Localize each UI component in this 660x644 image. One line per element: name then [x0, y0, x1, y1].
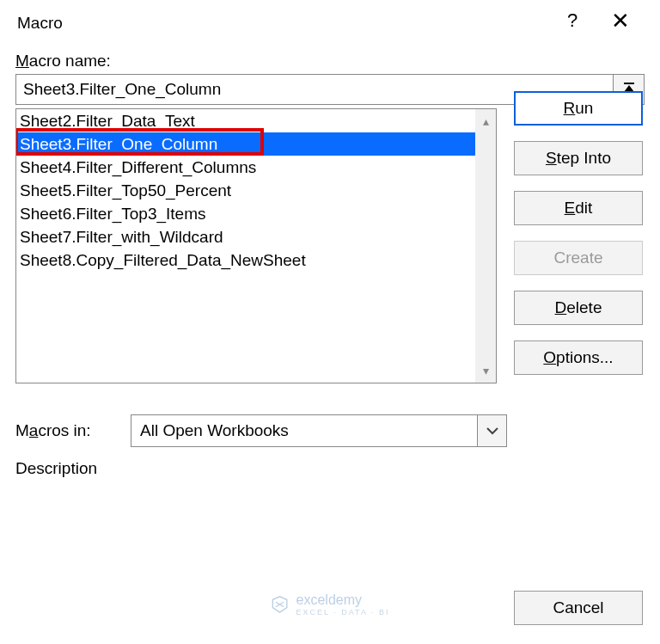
list-item[interactable]: Sheet6.Filter_Top3_Items: [16, 202, 496, 225]
list-item[interactable]: Sheet7.Filter_with_Wildcard: [16, 225, 496, 248]
list-item[interactable]: Sheet5.Filter_Top50_Percent: [16, 179, 496, 202]
help-button[interactable]: ?: [548, 0, 596, 41]
options-button[interactable]: Options...: [514, 340, 643, 375]
combo-arrow-button[interactable]: [477, 415, 506, 446]
macro-list[interactable]: Sheet2.Filter_Data_Text Sheet3.Filter_On…: [15, 108, 497, 383]
logo-icon: [271, 595, 290, 614]
cancel-button[interactable]: Cancel: [514, 591, 643, 625]
close-icon: ✕: [611, 8, 630, 34]
macros-in-label: Macros in:: [15, 421, 115, 440]
macros-in-value: All Open Workbooks: [131, 421, 477, 440]
chevron-down-icon: [486, 426, 498, 435]
chevron-up-icon: ▴: [483, 114, 489, 128]
list-item[interactable]: Sheet3.Filter_One_Column: [16, 132, 496, 156]
chevron-down-icon: ▾: [483, 364, 489, 377]
watermark-brand: exceldemy: [296, 592, 362, 607]
dialog-title: Macro: [17, 9, 548, 33]
macro-name-label: Macro name:: [15, 52, 645, 71]
cancel-wrap: Cancel: [514, 591, 643, 625]
svg-rect-0: [624, 83, 634, 84]
macros-in-row: Macros in: All Open Workbooks: [15, 414, 645, 447]
watermark-tag: EXCEL · DATA · BI: [296, 608, 390, 616]
title-bar: Macro ? ✕: [0, 0, 660, 41]
help-icon: ?: [567, 9, 578, 32]
macro-list-items: Sheet2.Filter_Data_Text Sheet3.Filter_On…: [16, 109, 496, 272]
macro-dialog: Macro ? ✕ Macro name: Sheet2.Filter_Data…: [0, 0, 660, 644]
list-item[interactable]: Sheet2.Filter_Data_Text: [16, 109, 496, 132]
step-into-button[interactable]: Step Into: [514, 141, 643, 175]
description-label: Description: [15, 459, 645, 478]
button-column: Run Step Into Edit Create Delete Options…: [514, 91, 643, 375]
scrollbar[interactable]: ▴ ▾: [475, 109, 496, 383]
macros-in-combo[interactable]: All Open Workbooks: [131, 414, 507, 447]
delete-button[interactable]: Delete: [514, 291, 643, 325]
list-item[interactable]: Sheet8.Copy_Filtered_Data_NewSheet: [16, 248, 496, 272]
watermark: exceldemy EXCEL · DATA · BI: [271, 592, 390, 616]
edit-button[interactable]: Edit: [514, 191, 643, 225]
create-button: Create: [514, 241, 643, 275]
list-item[interactable]: Sheet4.Filter_Different_Columns: [16, 156, 496, 179]
close-button[interactable]: ✕: [596, 0, 645, 41]
run-button[interactable]: Run: [514, 91, 643, 126]
